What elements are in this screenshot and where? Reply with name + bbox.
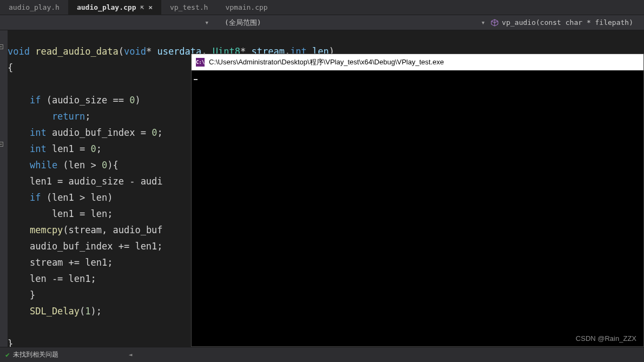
console-title: C:\Users\Administrator\Desktop\程序\VPlay_… [209,57,444,67]
tab-audio-play-h[interactable]: audio_play.h [0,0,68,15]
console-window[interactable]: C:\ C:\Users\Administrator\Desktop\程序\VP… [191,54,644,347]
cube-icon [491,19,498,27]
nav-file-dropdown[interactable]: ▼ [0,20,214,25]
cursor-icon [194,79,198,80]
tab-bar: audio_play.h audio_play.cpp ⇱ × vp_test.… [0,0,644,15]
status-message: 未找到相关问题 [13,350,58,359]
watermark: CSDN @Rain_ZZX [576,334,636,343]
console-output [192,70,643,82]
nav-symbol-dropdown[interactable]: vp_audio(const char * filepath) [491,18,644,27]
nav-bar: ▼ (全局范围) ▼ vp_audio(const char * filepat… [0,15,644,30]
console-titlebar[interactable]: C:\ C:\Users\Administrator\Desktop\程序\VP… [192,54,643,70]
check-icon: ✔ [5,351,10,359]
collapse-icon[interactable]: − [0,44,3,49]
nav-scope-dropdown[interactable]: (全局范围) [214,18,478,28]
console-app-icon: C:\ [196,58,205,67]
chevron-down-icon: ▼ [206,20,208,25]
editor-gutter: − − [0,30,8,347]
scroll-left-icon[interactable]: ◄ [129,351,133,358]
close-icon[interactable]: × [148,0,153,15]
tab-vpmain-cpp[interactable]: vpmain.cpp [216,0,276,15]
pin-icon[interactable]: ⇱ [141,0,144,15]
chevron-down-icon: ▼ [482,20,484,25]
status-bar: ✔ 未找到相关问题 ◄ [0,347,644,362]
tab-audio-play-cpp[interactable]: audio_play.cpp ⇱ × [68,0,161,15]
collapse-icon[interactable]: − [0,142,3,147]
tab-vp-test-h[interactable]: vp_test.h [161,0,216,15]
